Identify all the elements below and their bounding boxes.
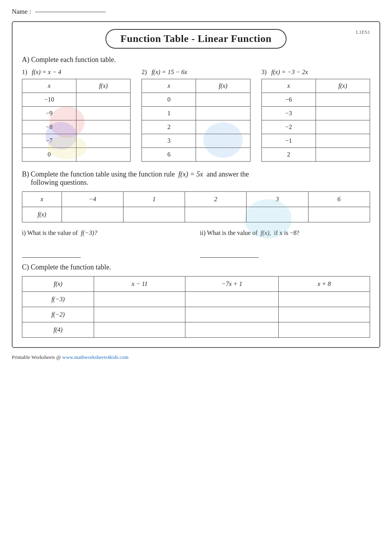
b-fx-2	[185, 207, 247, 222]
question-2-text: ii) What is the value of f(x), if x is −…	[200, 229, 370, 237]
p1-fx-4	[76, 148, 131, 162]
p2-fx-0	[196, 93, 250, 107]
p2-fx-1	[196, 107, 250, 120]
p1-x-3: −7	[22, 134, 76, 148]
b-col-x: x	[22, 192, 62, 207]
table-row: −7	[22, 134, 131, 148]
b-col-fx: f(x)	[22, 207, 62, 222]
c-row-2-v2	[185, 322, 279, 338]
section-c-table: f(x) x − 11 −7x + 1 x + 8 f(−3) f(−2)	[22, 276, 370, 338]
c-header-2: −7x + 1	[185, 277, 279, 292]
section-b-table: x −4 1 2 3 6 f(x)	[22, 191, 370, 222]
b-x-3: 3	[247, 192, 308, 207]
table-row: 2	[261, 148, 370, 162]
p1-col-x: x	[22, 79, 76, 93]
p2-fx-3	[196, 134, 250, 148]
p2-x-2: 2	[142, 120, 196, 134]
table-row: f(x)	[22, 207, 370, 222]
c-row-0-v3	[279, 292, 370, 307]
table-row: 2	[142, 120, 250, 134]
table-row: −1	[261, 134, 370, 148]
c-row-2-label: f(4)	[22, 322, 94, 338]
p3-col-fx: f(x)	[316, 79, 370, 93]
footer-text: Printable Worksheets @	[12, 354, 62, 360]
b-x-2: 2	[185, 192, 247, 207]
p1-x-4: 0	[22, 148, 76, 162]
question-1-text: i) What is the value of f(−3)?	[22, 229, 192, 237]
c-row-1-label: f(−2)	[22, 307, 94, 322]
problem-2-func: f(x) = 15 − 6x	[152, 69, 187, 75]
p3-fx-3	[316, 134, 370, 148]
c-row-1-v1	[94, 307, 185, 322]
footer: Printable Worksheets @ www.mathworksheet…	[12, 354, 380, 360]
table-row: −8	[22, 120, 131, 134]
footer-link[interactable]: www.mathworksheets4kids.com	[62, 354, 129, 360]
c-header-1: x − 11	[94, 277, 185, 292]
problem-1-func: f(x) = x − 4	[32, 69, 61, 75]
problem-2-num: 2) f(x) = 15 − 6x	[142, 69, 250, 76]
problem-2: 2) f(x) = 15 − 6x x f(x)	[142, 69, 250, 162]
name-row: Name :	[12, 8, 380, 16]
question-1: i) What is the value of f(−3)?	[22, 229, 192, 259]
question-2: ii) What is the value of f(x), if x is −…	[200, 229, 370, 259]
title-box: Function Table - Linear Function	[105, 29, 286, 49]
section-b-table-container: x −4 1 2 3 6 f(x)	[22, 191, 370, 222]
b-fx-1	[123, 207, 185, 222]
answer-line-2	[200, 252, 370, 259]
table-row: f(−2)	[22, 307, 370, 322]
p3-fx-1	[316, 107, 370, 120]
p2-x-4: 6	[142, 148, 196, 162]
table-row: f(−3)	[22, 292, 370, 307]
section-c-table-container: f(x) x − 11 −7x + 1 x + 8 f(−3) f(−2)	[22, 276, 370, 338]
p3-fx-2	[316, 120, 370, 134]
p2-x-0: 0	[142, 93, 196, 107]
b-x-4: 6	[308, 192, 370, 207]
p1-fx-1	[76, 107, 131, 120]
p3-x-3: −1	[261, 134, 316, 148]
b-fx-0	[62, 207, 123, 222]
p3-x-0: −6	[261, 93, 316, 107]
p2-x-3: 3	[142, 134, 196, 148]
table-row: 6	[142, 148, 250, 162]
problems-row: 1) f(x) = x − 4 x f(x)	[22, 69, 370, 162]
problem-1-table: x f(x) −10 −9	[22, 79, 131, 162]
section-a: A) Complete each function table. 1) f(x)…	[22, 56, 370, 162]
p2-fx-2	[196, 120, 250, 134]
p1-fx-3	[76, 134, 131, 148]
p1-x-1: −9	[22, 107, 76, 120]
p1-fx-2	[76, 120, 131, 134]
problem-1: 1) f(x) = x − 4 x f(x)	[22, 69, 131, 162]
table-row: −2	[261, 120, 370, 134]
section-b-rule: f(x) = 5x	[178, 170, 203, 178]
problem-1-table-container: x f(x) −10 −9	[22, 79, 131, 162]
table-row: 1	[142, 107, 250, 120]
p1-x-2: −8	[22, 120, 76, 134]
c-header-0: f(x)	[22, 277, 94, 292]
p3-x-1: −3	[261, 107, 316, 120]
table-row: f(4)	[22, 322, 370, 338]
table-row: 0	[22, 148, 131, 162]
worksheet-container: Function Table - Linear Function L1ES1 A…	[12, 21, 380, 348]
b-x-0: −4	[62, 192, 123, 207]
name-label: Name :	[12, 8, 31, 16]
p1-x-0: −10	[22, 93, 76, 107]
section-b: B) Complete the function table using the…	[22, 170, 370, 259]
c-row-2-v3	[279, 322, 370, 338]
p3-fx-4	[316, 148, 370, 162]
b-x-1: 1	[123, 192, 185, 207]
p3-fx-0	[316, 93, 370, 107]
p2-col-fx: f(x)	[196, 79, 250, 93]
c-row-1-v2	[185, 307, 279, 322]
p1-fx-0	[76, 93, 131, 107]
table-row: −6	[261, 93, 370, 107]
p2-fx-4	[196, 148, 250, 162]
c-row-0-v2	[185, 292, 279, 307]
problem-1-num: 1) f(x) = x − 4	[22, 69, 131, 76]
section-b-label: B) Complete the function table using the…	[22, 170, 370, 187]
p2-col-x: x	[142, 79, 196, 93]
c-row-1-v3	[279, 307, 370, 322]
name-underline	[35, 12, 106, 12]
b-fx-3	[247, 207, 308, 222]
problem-3-num: 3) f(x) = −3 − 2x	[261, 69, 370, 76]
p3-x-4: 2	[261, 148, 316, 162]
